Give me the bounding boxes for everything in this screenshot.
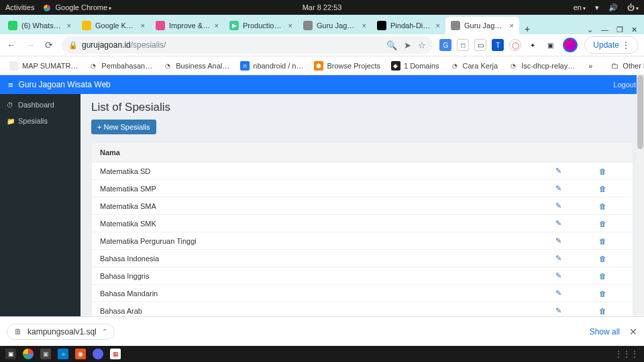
profile-avatar[interactable] [563, 38, 578, 52]
extensions-menu-icon[interactable]: ✦ [527, 39, 539, 51]
window-close-icon[interactable]: ✕ [631, 26, 637, 34]
edit-icon[interactable]: ✎ [555, 236, 561, 244]
chrome-update-button[interactable]: Update ⋮ [584, 36, 639, 54]
tab-close-icon[interactable]: × [288, 21, 292, 30]
browser-tab[interactable]: ▶ Production | K × [224, 17, 298, 34]
hamburger-icon[interactable]: ≡ [8, 80, 13, 90]
ext-adblock-icon[interactable]: ◯ [509, 39, 521, 51]
page-scrollbar-thumb[interactable] [637, 75, 643, 149]
tab-close-icon[interactable]: × [141, 21, 145, 30]
volume-icon[interactable]: 🔊 [608, 3, 618, 12]
ext-translate-icon[interactable]: G [439, 39, 451, 51]
zoom-icon[interactable]: 🔍 [386, 40, 397, 50]
browser-tab[interactable]: Improve & Rev × [150, 17, 224, 34]
cell-name: Bahasa Arab [100, 307, 536, 315]
dock-show-apps-icon[interactable]: ⋮⋮⋮ [614, 349, 639, 359]
table-row: Matematika SMA ✎ 🗑 [92, 197, 633, 215]
ext-devtools-icon[interactable]: ▭ [474, 39, 486, 51]
tab-close-icon[interactable]: × [510, 21, 514, 30]
chevron-up-icon[interactable]: ⌃ [102, 328, 107, 335]
gnome-clock[interactable]: Mar 8 22:53 [303, 3, 342, 11]
browser-tab[interactable]: Pindah-Digital × [372, 17, 445, 34]
bookmark-item[interactable]: ⬢Browse Projects [310, 59, 384, 73]
ext-card-icon[interactable]: ▣ [544, 39, 556, 51]
new-tab-button[interactable]: + [519, 24, 535, 34]
edit-icon[interactable]: ✎ [555, 289, 561, 297]
app-brand: Guru Jagoan Wisata Web [19, 80, 111, 89]
download-item[interactable]: 🗎 kampungsoalv1.sql ⌃ [7, 324, 115, 340]
omnibox[interactable]: 🔒 gurujagoan.id/spesialis/ 🔍 ➤ ☆ [62, 36, 433, 54]
gnome-top-bar: Activities Google Chrome▾ Mar 8 22:53 en… [0, 0, 644, 15]
chrome-menu-icon[interactable]: ⋮ [622, 40, 630, 50]
edit-icon[interactable]: ✎ [555, 271, 561, 279]
bookmark-item[interactable]: ◔Pembahasan… [85, 59, 156, 73]
browser-tab[interactable]: Guru Jagoan V × [445, 17, 519, 34]
bookmark-item[interactable]: ◔Cara Kerja [446, 59, 502, 73]
send-icon[interactable]: ➤ [404, 40, 411, 50]
power-icon[interactable]: ⏻▾ [627, 3, 639, 11]
edit-icon[interactable]: ✎ [555, 254, 561, 262]
bookmark-item[interactable]: MAP SUMATR… [5, 59, 82, 73]
nav-forward-button[interactable]: → [24, 39, 36, 51]
window-restore-icon[interactable]: ❐ [616, 26, 623, 34]
tab-close-icon[interactable]: × [362, 21, 366, 30]
delete-icon[interactable]: 🗑 [599, 237, 606, 245]
new-spesialis-button[interactable]: + New Spesialis [91, 120, 156, 134]
sidebar-item-spesialis[interactable]: 📁Spesialis [0, 113, 80, 129]
downloads-show-all[interactable]: Show all [590, 327, 620, 336]
table-row: Matematika Perguruan Tinggi ✎ 🗑 [92, 232, 633, 250]
window-minimize-icon[interactable]: — [601, 26, 608, 34]
delete-icon[interactable]: 🗑 [599, 167, 606, 175]
dock-files-icon[interactable]: ▣ [5, 349, 16, 359]
tab-close-icon[interactable]: × [67, 21, 71, 30]
delete-icon[interactable]: 🗑 [599, 289, 606, 298]
gnome-activities[interactable]: Activities [5, 3, 34, 11]
edit-icon[interactable]: ✎ [555, 219, 561, 227]
bookmark-item[interactable]: ◔Business Anal… [159, 59, 233, 73]
edit-icon[interactable]: ✎ [555, 306, 561, 314]
dock-settings-icon[interactable]: ◉ [75, 349, 86, 359]
downloads-close-icon[interactable]: ✕ [629, 326, 637, 337]
delete-icon[interactable]: 🗑 [599, 255, 606, 263]
browser-tab[interactable]: (6) WhatsApp × [3, 17, 76, 34]
wifi-icon[interactable]: ▾ [595, 3, 599, 12]
downloads-bar: 🗎 kampungsoalv1.sql ⌃ Show all ✕ [0, 316, 644, 346]
dock-discord-icon[interactable] [93, 349, 103, 359]
delete-icon[interactable]: 🗑 [599, 307, 606, 315]
gnome-active-app[interactable]: Google Chrome▾ [44, 3, 111, 11]
tab-favicon [451, 21, 460, 30]
logout-link[interactable]: Logout [613, 81, 636, 89]
gnome-lang[interactable]: en▾ [574, 3, 586, 11]
browser-tab[interactable]: Google Keep × [76, 17, 150, 34]
dock-vscode-icon[interactable]: ⟐ [58, 349, 68, 359]
edit-icon[interactable]: ✎ [555, 201, 561, 210]
delete-icon[interactable]: 🗑 [599, 272, 606, 280]
page-scrollbar-track[interactable] [637, 75, 644, 316]
bookmark-item[interactable]: ◆1 Domains [387, 59, 443, 73]
table-row: Bahasa Inggris ✎ 🗑 [92, 267, 633, 285]
bookmark-item[interactable]: ◔Isc-dhcp-relay… [504, 59, 579, 73]
star-icon[interactable]: ☆ [418, 40, 426, 50]
ext-reader-icon[interactable]: □ [457, 39, 469, 51]
delete-icon[interactable]: 🗑 [599, 185, 606, 193]
other-bookmarks[interactable]: 🗀Other bookmarks [607, 59, 644, 73]
browser-tab[interactable]: Guru Jagoan V × [298, 17, 372, 34]
sidebar-item-dashboard[interactable]: ⏱Dashboard [0, 97, 80, 113]
delete-icon[interactable]: 🗑 [599, 220, 606, 228]
nav-reload-button[interactable]: ⟳ [43, 39, 55, 51]
edit-icon[interactable]: ✎ [555, 184, 561, 192]
delete-icon[interactable]: 🗑 [599, 202, 606, 210]
dock-terminal-icon[interactable]: ▣ [40, 349, 51, 359]
dock-chrome-icon[interactable] [23, 349, 34, 359]
edit-icon[interactable]: ✎ [555, 167, 561, 175]
bookmark-favicon: ◔ [450, 61, 460, 71]
nav-back-button[interactable]: ← [5, 39, 17, 51]
tab-close-icon[interactable]: × [436, 21, 440, 30]
dock-app-icon[interactable]: ▦ [110, 349, 121, 359]
tab-label: Guru Jagoan V [464, 21, 506, 30]
tab-close-icon[interactable]: × [215, 21, 219, 30]
bookmark-item[interactable]: nnbandroid / n… [236, 59, 307, 73]
ext-t-icon[interactable]: T [492, 39, 504, 51]
bookmarks-overflow[interactable]: » [584, 60, 596, 72]
caret-down-icon[interactable]: ⌄ [587, 26, 593, 34]
